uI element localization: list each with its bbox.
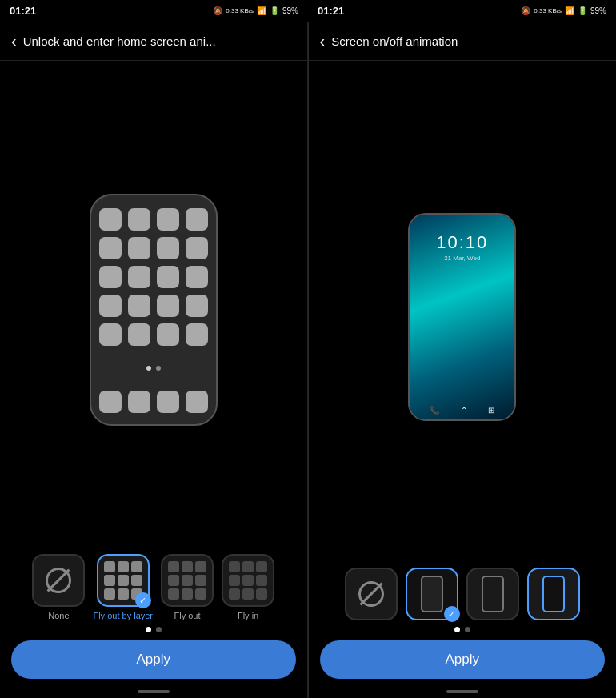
option-4-right[interactable] [527,568,580,620]
dock-icon [128,391,150,413]
dot-active [146,366,151,371]
left-panel-header: ‹ Unlock and enter home screen ani... [0,22,307,61]
app-icon [157,237,179,259]
app-icon [157,266,179,288]
app-icon [128,237,150,259]
status-bar: 01:21 🔕 0.33 KB/s 📶 🔋 99% 01:21 🔕 0.33 K… [0,0,616,22]
left-phone-mockup [90,194,218,426]
apply-button-left[interactable]: Apply [11,640,296,679]
option-label-none: None [48,611,69,620]
phone-thumb-selected [542,576,565,612]
option-3-right[interactable] [466,568,519,620]
option-none-right[interactable] [345,568,398,620]
grid-icon-3 [226,558,270,603]
app-icon [99,237,122,259]
right-phone-mockup: 10:10 21 Mar, Wed 📞 ⌃ ⊞ [408,213,516,421]
option-thumb-none-right [345,568,398,620]
option-thumb-fly-out-by-layer: ✓ [97,554,150,607]
back-arrow-left[interactable]: ‹ [11,32,17,50]
option-fly-in[interactable]: Fly in [222,554,274,620]
animation-options-right: ✓ [309,560,617,624]
page-indicator-phone [146,366,161,371]
right-panel-header: ‹ Screen on/off animation [309,22,617,61]
left-preview-area [0,61,307,546]
time-left: 01:21 [10,5,36,17]
chevron-up-icon: ⌃ [461,406,467,415]
option-fly-out-by-layer[interactable]: ✓ Fly out by layer [93,554,153,620]
app-icon [157,208,179,231]
dot-inactive [156,366,161,371]
option-thumb-none [32,554,85,607]
animation-options-left: None ✓ [0,546,307,624]
wifi-icon-right: 📶 [565,6,574,15]
phone-thumb-outline [482,576,504,612]
app-icon [186,323,208,346]
option-thumb-2-right: ✓ [406,568,458,620]
right-panel-title: Screen on/off animation [331,34,458,48]
left-panel: ‹ Unlock and enter home screen ani... [0,22,308,698]
app-icon [186,237,208,259]
app-icon [99,266,122,288]
page-dots-left [0,627,307,632]
app-icon [128,266,150,288]
mute-icon: 🔕 [213,6,222,15]
dock-icon [186,391,208,413]
phone-thumb-dark [421,576,443,612]
selected-checkmark: ✓ [135,592,151,608]
app-icon [99,323,122,346]
battery-icon-left: 🔋 [270,6,279,15]
app-icon [157,295,179,317]
left-panel-title: Unlock and enter home screen ani... [23,34,216,48]
app-icon [157,323,179,346]
right-panel: ‹ Screen on/off animation 10:10 21 Mar, … [309,22,617,698]
option-thumb-3-right [466,568,519,620]
option-thumb-4-right [527,568,580,620]
network-speed-left: 0.33 KB/s [226,7,254,14]
lock-date: 21 Mar, Wed [444,255,480,262]
app-icon [186,266,208,288]
app-icon [99,208,122,231]
call-icon: 📞 [430,406,439,415]
app-icon [128,208,150,231]
option-label-fly-in: Fly in [238,611,258,620]
option-2-right[interactable]: ✓ [406,568,458,620]
wifi-icon-left: 📶 [257,6,266,15]
home-indicator-right [446,690,478,693]
no-symbol-icon [46,568,71,593]
apply-button-right[interactable]: Apply [320,640,606,679]
main-panels: ‹ Unlock and enter home screen ani... [0,22,616,698]
page-dot-2 [156,627,162,632]
status-bar-right: 01:21 🔕 0.33 KB/s 📶 🔋 99% [308,0,616,22]
selected-checkmark-right: ✓ [444,606,460,622]
page-dot-r2 [465,627,470,632]
app-grid [99,208,208,346]
lock-time: 10:10 [436,232,488,253]
option-thumb-fly-in [222,554,274,607]
home-indicator-left [138,690,170,693]
status-icons-left: 🔕 0.33 KB/s 📶 🔋 99% [213,6,298,15]
option-fly-out[interactable]: Fly out [161,554,214,620]
dock-icon [157,391,179,413]
app-icon [99,295,122,317]
option-none[interactable]: None [32,554,85,620]
dock-icon [99,391,122,413]
network-speed-right: 0.33 KB/s [534,7,562,14]
option-label-fly-out-by-layer: Fly out by layer [93,611,153,620]
app-icon [128,323,150,346]
status-icons-right: 🔕 0.33 KB/s 📶 🔋 99% [521,6,606,15]
battery-icon-right: 🔋 [578,6,587,15]
battery-text-left: 99% [282,6,298,15]
option-label-fly-out: Fly out [174,611,201,620]
app-icon [186,208,208,231]
page-dots-right [309,627,617,632]
option-thumb-fly-out [161,554,214,607]
right-preview-area: 10:10 21 Mar, Wed 📞 ⌃ ⊞ [309,61,617,560]
status-bar-left: 01:21 🔕 0.33 KB/s 📶 🔋 99% [0,0,308,22]
page-dot-r1 [454,627,460,632]
app-icon [128,295,150,317]
no-symbol-icon-right [358,581,384,607]
back-arrow-right[interactable]: ‹ [320,32,326,50]
time-right: 01:21 [318,5,344,17]
camera-icon: ⊞ [488,406,494,415]
app-icon [186,295,208,317]
